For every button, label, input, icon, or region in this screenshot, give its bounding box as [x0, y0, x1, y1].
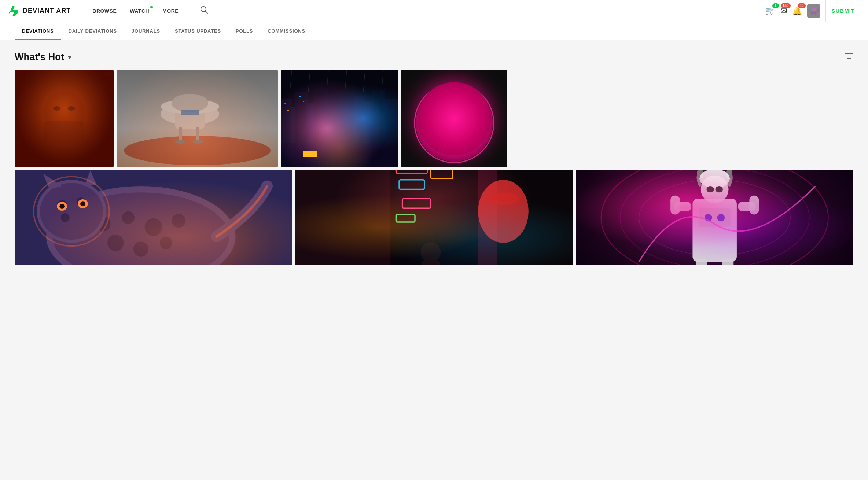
user-avatar[interactable]: 👾: [807, 4, 820, 18]
art-1-background: [15, 70, 114, 167]
svg-rect-30: [371, 90, 385, 167]
svg-point-68: [37, 180, 106, 243]
svg-point-109: [706, 186, 714, 192]
art-card-7[interactable]: [576, 170, 853, 265]
tab-daily-deviations[interactable]: DAILY DEVIATIONS: [61, 22, 124, 40]
svg-line-2: [206, 11, 208, 14]
svg-rect-58: [15, 170, 292, 265]
svg-rect-113: [670, 196, 680, 215]
svg-rect-37: [281, 70, 398, 167]
svg-rect-114: [749, 196, 759, 215]
svg-rect-35: [303, 101, 304, 102]
svg-point-60: [52, 192, 229, 265]
svg-rect-18: [196, 127, 199, 141]
notifications-badge: 40: [798, 3, 805, 8]
art-2-background: [117, 70, 278, 167]
sub-nav: DEVIATIONS DAILY DEVIATIONS JOURNALS STA…: [0, 22, 868, 40]
svg-point-99: [620, 170, 809, 265]
svg-point-15: [161, 99, 219, 114]
art-7-background: [576, 170, 853, 265]
art-card-5[interactable]: [15, 170, 292, 265]
watch-dot: [150, 6, 153, 8]
svg-point-78: [80, 201, 85, 206]
nav-more[interactable]: MORE: [156, 0, 185, 22]
svg-rect-23: [281, 99, 292, 167]
tab-journals[interactable]: JOURNALS: [124, 22, 168, 40]
section-title-text: What's Hot: [15, 51, 64, 63]
svg-rect-86: [431, 170, 453, 178]
svg-rect-36: [281, 143, 398, 167]
tab-status-updates[interactable]: STATUS UPDATES: [168, 22, 228, 40]
gallery-bottom-row: [15, 170, 853, 265]
search-icon: [200, 6, 208, 14]
svg-line-44: [363, 70, 365, 92]
svg-rect-112: [738, 202, 755, 211]
svg-rect-14: [175, 107, 205, 129]
art-card-2[interactable]: [117, 70, 278, 167]
search-button[interactable]: [197, 4, 211, 17]
svg-rect-87: [402, 199, 431, 208]
whats-hot-title[interactable]: What's Hot ▾: [15, 51, 71, 63]
svg-point-71: [77, 197, 85, 206]
svg-rect-50: [441, 112, 467, 145]
section-header: What's Hot ▾: [15, 51, 853, 63]
art-card-3[interactable]: [281, 70, 398, 167]
tab-polls[interactable]: POLLS: [228, 22, 260, 40]
header-divider-2: [191, 4, 191, 18]
svg-point-19: [175, 140, 185, 144]
art-3-background: [281, 70, 398, 167]
svg-marker-0: [9, 6, 18, 16]
svg-rect-39: [303, 151, 317, 157]
svg-line-45: [382, 70, 383, 92]
svg-rect-32: [284, 103, 286, 104]
tab-commissions[interactable]: COMMISSIONS: [260, 22, 313, 40]
svg-rect-38: [281, 70, 398, 167]
svg-point-98: [601, 170, 828, 265]
messages-button[interactable]: ✉ 150: [780, 6, 787, 16]
svg-line-41: [308, 70, 310, 92]
messages-badge: 150: [781, 3, 791, 8]
svg-point-16: [172, 94, 208, 112]
nav-browse[interactable]: BROWSE: [86, 0, 123, 22]
nav-watch[interactable]: WATCH: [123, 0, 156, 22]
svg-rect-27: [314, 88, 328, 167]
svg-point-69: [40, 183, 103, 240]
svg-marker-74: [84, 170, 96, 186]
svg-rect-116: [722, 259, 733, 265]
svg-point-67: [160, 237, 172, 249]
svg-rect-56: [460, 97, 464, 111]
svg-rect-115: [696, 259, 707, 265]
filter-button[interactable]: [845, 53, 853, 61]
svg-point-108: [699, 170, 730, 188]
svg-rect-17: [179, 127, 182, 141]
art-card-6[interactable]: [295, 170, 573, 265]
tab-deviations[interactable]: DEVIATIONS: [15, 22, 61, 40]
logo[interactable]: DEVIANT ART: [7, 4, 71, 18]
svg-point-62: [122, 211, 135, 224]
notifications-button[interactable]: 🔔 40: [792, 6, 802, 16]
submit-button[interactable]: SUBMIT: [825, 0, 861, 22]
svg-rect-111: [673, 202, 691, 211]
svg-point-64: [172, 214, 186, 228]
svg-point-54: [444, 89, 464, 104]
svg-marker-73: [43, 174, 62, 189]
svg-rect-34: [299, 96, 301, 97]
art-4-background: [401, 70, 507, 167]
main-nav: BROWSE WATCH MORE: [86, 0, 185, 22]
svg-rect-57: [15, 170, 292, 265]
main-content: What's Hot ▾: [0, 40, 868, 276]
svg-rect-22: [281, 70, 398, 167]
svg-point-105: [700, 176, 728, 203]
cart-button[interactable]: 🛒 1: [765, 6, 775, 16]
svg-rect-96: [576, 170, 853, 265]
logo-text: DEVIANT ART: [23, 7, 71, 15]
svg-point-104: [717, 214, 725, 222]
art-card-1[interactable]: [15, 70, 114, 167]
svg-line-40: [290, 70, 292, 92]
svg-rect-25: [295, 92, 308, 167]
svg-point-8: [53, 106, 60, 111]
art-6-background: [295, 170, 573, 265]
art-card-4[interactable]: [401, 70, 507, 167]
svg-line-43: [345, 70, 347, 92]
svg-point-48: [415, 84, 494, 163]
